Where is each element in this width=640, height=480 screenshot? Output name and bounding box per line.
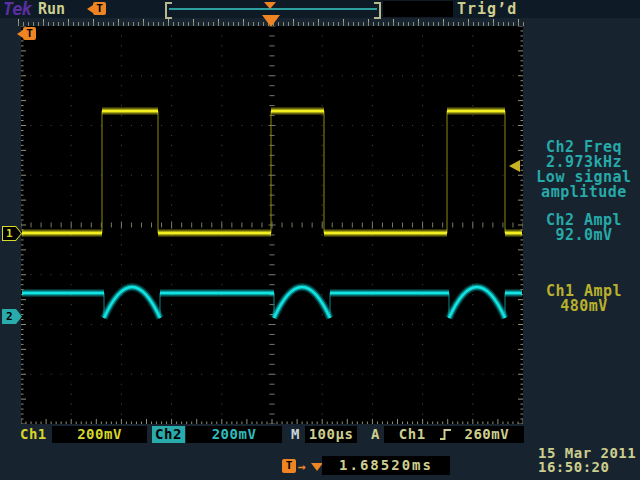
ch1-amplitude-readout: Ch1 Ampl 480mV [528, 284, 640, 314]
trigger-marker-letter: T [286, 459, 293, 472]
ch1-label: Ch1 [20, 426, 47, 443]
ch2-label: Ch2 [155, 426, 182, 442]
datetime-readout: 15 Mar 2011 16:50:20 [538, 446, 636, 474]
ch2-scale-readout: 200mV [186, 426, 282, 443]
ch1-scale-readout: 200mV [52, 426, 147, 443]
waveform-graticule [21, 26, 523, 424]
ch1-ampl-value: 480mV [528, 299, 640, 314]
ch2-ampl-value: 92.0mV [528, 228, 640, 243]
trigger-a-label: A [371, 426, 380, 443]
ch2-label-badge: Ch2 [152, 426, 185, 443]
ch2-frequency-readout: Ch2 Freq 2.973kHz Low signal amplitude [528, 140, 640, 200]
trigger-settings-readout: Ch1 260mV [384, 426, 524, 443]
ch2-scale-value: 200mV [212, 426, 257, 442]
trigger-level-value: 260mV [465, 426, 510, 442]
timebase-value: 100µs [309, 426, 354, 442]
timebase-label: M [291, 426, 300, 443]
empty-readout-box [383, 1, 453, 17]
low-signal-warning-line2: amplitude [528, 185, 640, 200]
record-window-bracket-left-icon [165, 2, 172, 19]
date-value: 15 Mar 2011 [538, 446, 636, 460]
trigger-marker-icon: T [93, 2, 106, 15]
trigger-time-footer-icon: T [282, 459, 296, 473]
ch2-ground-marker: 2 [2, 309, 22, 324]
time-value: 16:50:20 [538, 460, 636, 474]
trigger-source-value: Ch1 [399, 426, 426, 442]
record-window-bracket-right-icon [374, 2, 381, 19]
brand-logo: Tek [3, 1, 31, 18]
ch1-ground-marker: 1 [2, 226, 22, 241]
timebase-readout: 100µs [305, 426, 357, 443]
acquisition-status: Run [38, 2, 65, 17]
trigger-marker-letter: T [26, 27, 33, 40]
trigger-position-in-record-icon [264, 2, 276, 9]
right-arrow-icon: → [298, 460, 306, 473]
oscilloscope-display: Tek Run T Trig’d T 1 2 Ch2 Freq 2.973kHz… [0, 0, 640, 480]
trigger-time-value: 1.68520ms [339, 457, 433, 473]
ch1-scale-value: 200mV [77, 426, 122, 442]
ch2-marker-number: 2 [6, 311, 13, 322]
trigger-marker-letter: T [96, 2, 103, 15]
ch2-amplitude-readout: Ch2 Ampl 92.0mV [528, 213, 640, 243]
trigger-time-marker-icon: T [23, 27, 36, 40]
top-status-bar: Tek Run T Trig’d [0, 0, 640, 18]
trigger-time-readout: 1.68520ms [322, 456, 450, 475]
ch1-marker-number: 1 [6, 228, 13, 239]
trigger-status: Trig’d [457, 2, 517, 17]
rising-edge-icon [439, 428, 452, 441]
